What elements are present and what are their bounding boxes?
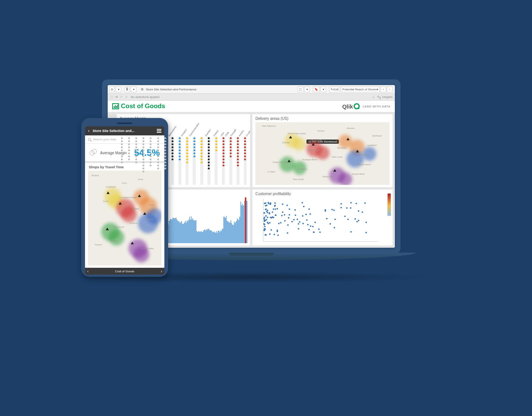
search-icon	[88, 138, 91, 141]
edit-button[interactable]: ✎ Edit	[329, 87, 340, 92]
card-title: Customer profitability	[255, 192, 390, 196]
next-icon[interactable]: ›	[161, 269, 162, 273]
brand-tagline: LEAD WITH DATA	[363, 105, 390, 108]
delivery-areas-card[interactable]: Delivery areas (US) 10 min. from Stonewo…	[252, 114, 393, 187]
step-back-icon[interactable]: ⟲	[115, 95, 118, 99]
dropdown-icon[interactable]: ▾	[116, 87, 121, 92]
color-legend	[387, 193, 391, 216]
clear-icon[interactable]: ⊘	[125, 95, 128, 99]
prev-sheet-button[interactable]: ‹	[380, 87, 386, 92]
sheet-nav-dropdown[interactable]: Potential Reach of Stores ▾	[341, 87, 380, 92]
qlik-q-icon	[354, 103, 360, 109]
coins-icon	[90, 149, 97, 157]
mobile-app: ‹ Store Site Selection and... Search you…	[85, 126, 164, 275]
smart-search-icon[interactable]: ⌕	[373, 95, 374, 99]
back-icon[interactable]: ‹	[88, 128, 90, 133]
card-title: Delivery areas (US)	[255, 116, 390, 121]
kpi-value: 54.5%	[134, 147, 160, 158]
mobile-search[interactable]: Search your data	[85, 135, 164, 144]
mobile-bottombar: ‹ Cost of Goods ›	[85, 268, 164, 275]
mobile-title: Store Site Selection and...	[93, 129, 135, 133]
brand-logo: Qlik	[342, 103, 360, 110]
profitability-card[interactable]: Customer profitability	[252, 189, 393, 245]
map-visualization[interactable]: 10 min. from Stonewood West HollywoodBev…	[255, 122, 390, 185]
search-placeholder: Search your data	[93, 138, 116, 141]
global-menu-button[interactable]: ◎	[109, 87, 115, 92]
mobile-map-title: Shops by Travel Time	[85, 163, 164, 171]
next-sheet-button[interactable]: ›	[387, 87, 393, 92]
mobile-sheet-name: Cost of Goods	[115, 270, 134, 273]
kpi-label: Average Margin	[100, 151, 127, 155]
dropdown-icon[interactable]: ▾	[320, 87, 326, 92]
step-fwd-icon[interactable]: ⟳	[120, 95, 123, 99]
phone-device: ‹ Store Site Selection and... Search you…	[81, 118, 168, 277]
sheet-header: Cost of Goods Qlik LEAD WITH DATA	[108, 101, 395, 112]
prev-icon[interactable]: ‹	[87, 269, 88, 273]
sheet-title: Cost of Goods	[121, 102, 165, 110]
mobile-map[interactable]: BurbankLa Cañada FlintridgeGlendaleArcad…	[88, 171, 161, 265]
scatter-chart[interactable]	[263, 199, 378, 242]
selection-status: No selections applied	[131, 95, 159, 99]
bookmark-button[interactable]: 🔖	[313, 87, 320, 92]
alert-bar	[245, 197, 246, 243]
view-list-button[interactable]: ≣	[124, 87, 130, 92]
mobile-topbar: ‹ Store Site Selection and...	[85, 126, 164, 135]
dropdown-icon[interactable]: ▾	[304, 87, 310, 92]
app-title: Store Site Selection and Performance	[146, 88, 196, 91]
kpi-card[interactable]: Average Margin 54.5%	[85, 144, 164, 163]
dropdown-icon[interactable]: ▾	[131, 87, 136, 92]
grid-icon: ⊞	[139, 87, 145, 92]
chevron-down-icon: ▾	[377, 88, 378, 91]
present-button[interactable]: ▢	[297, 87, 303, 92]
app-toolbar: ◎ ▾ ≣ ▾ ⊞ Store Site Selection and Perfo…	[108, 85, 395, 94]
selection-bar: ⬚ ⟲ ⟳ ⊘ No selections applied ⌕ ItQ Insi…	[108, 94, 395, 101]
bar-chart-icon	[112, 103, 119, 109]
selection-tool-icon[interactable]: ⬚	[110, 95, 113, 99]
insights-button[interactable]: Insights	[382, 95, 393, 99]
insights-icon[interactable]: ItQ	[377, 95, 381, 99]
menu-icon[interactable]	[157, 129, 161, 133]
